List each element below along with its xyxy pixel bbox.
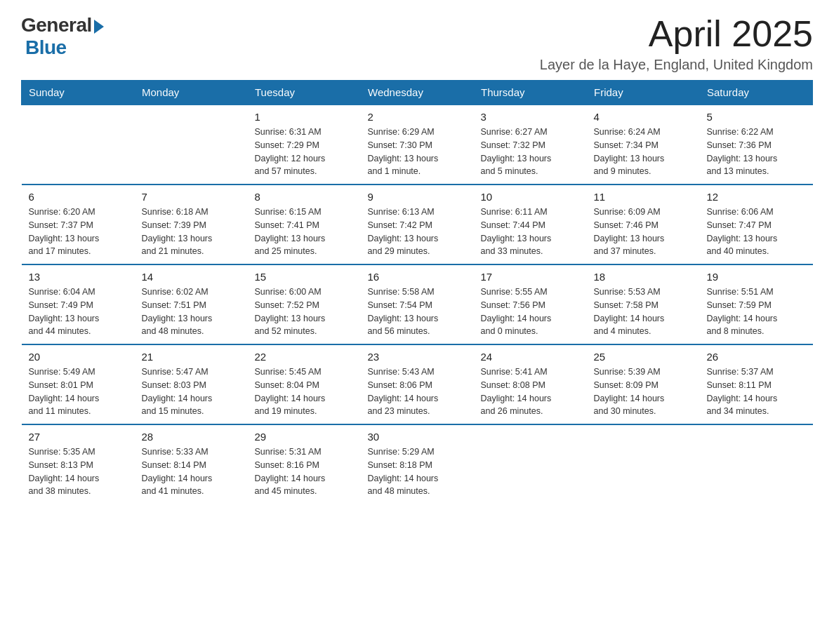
month-title: April 2025	[540, 14, 813, 54]
day-number: 19	[707, 271, 806, 283]
day-number: 29	[255, 431, 354, 443]
logo: General Blue	[21, 14, 104, 59]
day-number: 28	[142, 431, 241, 443]
day-number: 15	[255, 271, 354, 283]
calendar-cell	[700, 424, 813, 504]
day-number: 13	[29, 271, 128, 283]
day-info: Sunrise: 6:04 AM Sunset: 7:49 PM Dayligh…	[29, 286, 128, 338]
calendar-cell: 6Sunrise: 6:20 AM Sunset: 7:37 PM Daylig…	[22, 185, 135, 264]
day-number: 25	[594, 351, 693, 363]
calendar-cell	[587, 424, 700, 504]
day-number: 10	[481, 191, 580, 203]
day-info: Sunrise: 6:20 AM Sunset: 7:37 PM Dayligh…	[29, 206, 128, 258]
day-info: Sunrise: 5:31 AM Sunset: 8:16 PM Dayligh…	[255, 445, 354, 498]
day-info: Sunrise: 6:29 AM Sunset: 7:30 PM Dayligh…	[368, 126, 467, 178]
day-number: 26	[707, 351, 806, 363]
day-number: 1	[255, 111, 354, 123]
day-number: 4	[594, 111, 693, 123]
day-number: 6	[29, 191, 128, 203]
calendar-cell: 4Sunrise: 6:24 AM Sunset: 7:34 PM Daylig…	[587, 105, 700, 185]
calendar-cell: 11Sunrise: 6:09 AM Sunset: 7:46 PM Dayli…	[587, 185, 700, 264]
location-title: Layer de la Haye, England, United Kingdo…	[540, 57, 813, 73]
calendar-cell: 10Sunrise: 6:11 AM Sunset: 7:44 PM Dayli…	[474, 185, 587, 264]
calendar-cell: 14Sunrise: 6:02 AM Sunset: 7:51 PM Dayli…	[135, 264, 248, 344]
day-info: Sunrise: 5:45 AM Sunset: 8:04 PM Dayligh…	[255, 365, 354, 418]
day-info: Sunrise: 5:51 AM Sunset: 7:59 PM Dayligh…	[707, 286, 806, 338]
calendar-week-row: 1Sunrise: 6:31 AM Sunset: 7:29 PM Daylig…	[22, 105, 813, 185]
calendar-cell: 13Sunrise: 6:04 AM Sunset: 7:49 PM Dayli…	[22, 264, 135, 344]
day-info: Sunrise: 5:58 AM Sunset: 7:54 PM Dayligh…	[368, 286, 467, 338]
day-info: Sunrise: 6:06 AM Sunset: 7:47 PM Dayligh…	[707, 206, 806, 258]
logo-general-text: General	[21, 14, 92, 36]
day-info: Sunrise: 6:18 AM Sunset: 7:39 PM Dayligh…	[142, 206, 241, 258]
day-info: Sunrise: 5:47 AM Sunset: 8:03 PM Dayligh…	[142, 365, 241, 418]
day-number: 9	[368, 191, 467, 203]
calendar-cell: 2Sunrise: 6:29 AM Sunset: 7:30 PM Daylig…	[361, 105, 474, 185]
calendar-cell: 23Sunrise: 5:43 AM Sunset: 8:06 PM Dayli…	[361, 344, 474, 424]
day-info: Sunrise: 6:13 AM Sunset: 7:42 PM Dayligh…	[368, 206, 467, 258]
calendar-cell: 9Sunrise: 6:13 AM Sunset: 7:42 PM Daylig…	[361, 185, 474, 264]
day-number: 11	[594, 191, 693, 203]
day-info: Sunrise: 5:55 AM Sunset: 7:56 PM Dayligh…	[481, 286, 580, 338]
calendar-cell	[135, 105, 248, 185]
calendar-cell: 24Sunrise: 5:41 AM Sunset: 8:08 PM Dayli…	[474, 344, 587, 424]
day-number: 23	[368, 351, 467, 363]
day-number: 12	[707, 191, 806, 203]
day-info: Sunrise: 6:24 AM Sunset: 7:34 PM Dayligh…	[594, 126, 693, 178]
day-number: 7	[142, 191, 241, 203]
day-info: Sunrise: 5:43 AM Sunset: 8:06 PM Dayligh…	[368, 365, 467, 418]
day-number: 22	[255, 351, 354, 363]
day-number: 21	[142, 351, 241, 363]
weekday-header-row: SundayMondayTuesdayWednesdayThursdayFrid…	[22, 81, 813, 105]
title-section: April 2025 Layer de la Haye, England, Un…	[540, 14, 813, 73]
day-number: 24	[481, 351, 580, 363]
calendar-week-row: 20Sunrise: 5:49 AM Sunset: 8:01 PM Dayli…	[22, 344, 813, 424]
weekday-header-friday: Friday	[587, 81, 700, 105]
calendar-cell: 18Sunrise: 5:53 AM Sunset: 7:58 PM Dayli…	[587, 264, 700, 344]
calendar-cell: 20Sunrise: 5:49 AM Sunset: 8:01 PM Dayli…	[22, 344, 135, 424]
day-info: Sunrise: 5:37 AM Sunset: 8:11 PM Dayligh…	[707, 365, 806, 418]
calendar-cell: 3Sunrise: 6:27 AM Sunset: 7:32 PM Daylig…	[474, 105, 587, 185]
day-info: Sunrise: 6:02 AM Sunset: 7:51 PM Dayligh…	[142, 286, 241, 338]
logo-arrow-icon	[94, 20, 104, 34]
calendar-cell	[474, 424, 587, 504]
day-info: Sunrise: 6:11 AM Sunset: 7:44 PM Dayligh…	[481, 206, 580, 258]
day-number: 3	[481, 111, 580, 123]
day-number: 16	[368, 271, 467, 283]
day-info: Sunrise: 6:27 AM Sunset: 7:32 PM Dayligh…	[481, 126, 580, 178]
calendar-cell: 29Sunrise: 5:31 AM Sunset: 8:16 PM Dayli…	[248, 424, 361, 504]
calendar-cell: 19Sunrise: 5:51 AM Sunset: 7:59 PM Dayli…	[700, 264, 813, 344]
day-info: Sunrise: 5:41 AM Sunset: 8:08 PM Dayligh…	[481, 365, 580, 418]
day-info: Sunrise: 5:35 AM Sunset: 8:13 PM Dayligh…	[29, 445, 128, 498]
calendar-cell: 17Sunrise: 5:55 AM Sunset: 7:56 PM Dayli…	[474, 264, 587, 344]
day-number: 5	[707, 111, 806, 123]
calendar-week-row: 6Sunrise: 6:20 AM Sunset: 7:37 PM Daylig…	[22, 185, 813, 264]
calendar-cell: 15Sunrise: 6:00 AM Sunset: 7:52 PM Dayli…	[248, 264, 361, 344]
calendar-cell: 7Sunrise: 6:18 AM Sunset: 7:39 PM Daylig…	[135, 185, 248, 264]
calendar-table: SundayMondayTuesdayWednesdayThursdayFrid…	[21, 80, 813, 504]
calendar-week-row: 27Sunrise: 5:35 AM Sunset: 8:13 PM Dayli…	[22, 424, 813, 504]
day-info: Sunrise: 5:53 AM Sunset: 7:58 PM Dayligh…	[594, 286, 693, 338]
calendar-cell: 21Sunrise: 5:47 AM Sunset: 8:03 PM Dayli…	[135, 344, 248, 424]
day-info: Sunrise: 6:09 AM Sunset: 7:46 PM Dayligh…	[594, 206, 693, 258]
day-number: 8	[255, 191, 354, 203]
calendar-cell	[22, 105, 135, 185]
day-number: 17	[481, 271, 580, 283]
day-number: 30	[368, 431, 467, 443]
calendar-cell: 12Sunrise: 6:06 AM Sunset: 7:47 PM Dayli…	[700, 185, 813, 264]
day-info: Sunrise: 6:31 AM Sunset: 7:29 PM Dayligh…	[255, 126, 354, 178]
logo-blue-text: Blue	[25, 36, 67, 59]
calendar-cell: 22Sunrise: 5:45 AM Sunset: 8:04 PM Dayli…	[248, 344, 361, 424]
calendar-cell: 16Sunrise: 5:58 AM Sunset: 7:54 PM Dayli…	[361, 264, 474, 344]
calendar-cell: 26Sunrise: 5:37 AM Sunset: 8:11 PM Dayli…	[700, 344, 813, 424]
weekday-header-saturday: Saturday	[700, 81, 813, 105]
calendar-cell: 25Sunrise: 5:39 AM Sunset: 8:09 PM Dayli…	[587, 344, 700, 424]
weekday-header-monday: Monday	[135, 81, 248, 105]
day-info: Sunrise: 5:33 AM Sunset: 8:14 PM Dayligh…	[142, 445, 241, 498]
weekday-header-tuesday: Tuesday	[248, 81, 361, 105]
weekday-header-thursday: Thursday	[474, 81, 587, 105]
day-info: Sunrise: 6:22 AM Sunset: 7:36 PM Dayligh…	[707, 126, 806, 178]
day-info: Sunrise: 5:49 AM Sunset: 8:01 PM Dayligh…	[29, 365, 128, 418]
weekday-header-wednesday: Wednesday	[361, 81, 474, 105]
day-info: Sunrise: 6:15 AM Sunset: 7:41 PM Dayligh…	[255, 206, 354, 258]
